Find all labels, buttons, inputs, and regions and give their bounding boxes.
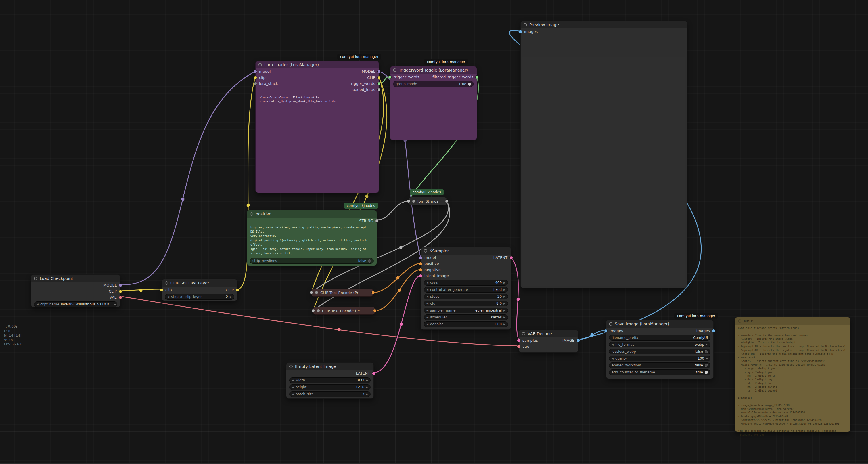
input-slot-samples[interactable] [517,339,520,342]
prev-arrow-icon[interactable]: ◀ [612,343,614,346]
input-slot-images[interactable] [519,30,522,33]
prev-arrow-icon[interactable]: ◀ [292,393,294,396]
output-slot-clip[interactable] [236,288,239,292]
collapse-dot-icon[interactable] [738,319,742,323]
width-widget[interactable]: ◀width832▶ [289,377,371,383]
collapse-dot-icon[interactable] [258,63,262,66]
node-clip-text-encode-negative[interactable]: CLIP Text Encode (Pr [313,307,375,315]
next-arrow-icon[interactable]: ▶ [503,281,505,284]
collapsed-dot-icon[interactable] [315,291,318,294]
output-slot-conditioning[interactable] [373,309,377,312]
output-slot-clip[interactable] [377,76,381,79]
prev-arrow-icon[interactable]: ◀ [426,316,428,319]
collapse-dot-icon[interactable] [609,322,612,326]
collapse-dot-icon[interactable] [250,212,253,216]
prev-arrow-icon[interactable]: ◀ [292,379,294,382]
next-arrow-icon[interactable]: ▶ [706,357,708,360]
output-slot-model[interactable] [119,284,122,287]
output-slot-images[interactable] [712,329,715,332]
ckpt-name-widget[interactable]: ◀ ckpt_name ilwaiNSFWIllustrious_v110.s.… [34,301,117,307]
prompt-text[interactable]: highres, very detailed, amazing quality,… [250,225,373,256]
node-preview-image[interactable]: Preview Image images [520,21,687,288]
prev-arrow-icon[interactable]: ◀ [426,323,428,326]
node-clip-set-last-layer[interactable]: CLIP Set Last Layer clip CLIP ◀ stop_at_… [162,279,238,301]
toggle-off-icon[interactable] [705,350,708,353]
toggle-off-icon[interactable] [368,259,371,263]
collapsed-dot-icon[interactable] [412,200,415,203]
node-note[interactable]: Note Available filename_prefix Pattern C… [735,317,850,432]
input-slot-vae[interactable] [517,345,520,348]
node-vae-decode[interactable]: VAE Decode samples IMAGE vae [519,330,578,353]
input-slot-strings[interactable] [407,199,410,203]
node-load-checkpoint[interactable]: Load Checkpoint MODEL CLIP VAE ◀ ckpt_na… [31,274,121,307]
input-slot[interactable] [310,291,313,294]
collapse-dot-icon[interactable] [424,249,427,253]
output-slot-filtered-trigger-words[interactable] [475,76,479,79]
next-arrow-icon[interactable]: ▶ [503,288,505,291]
input-slot-images[interactable] [604,329,608,332]
input-slot-lora-stack[interactable] [254,82,257,85]
output-slot-trigger-words[interactable] [377,82,381,85]
prev-arrow-icon[interactable]: ◀ [612,357,614,360]
next-arrow-icon[interactable]: ▶ [503,295,505,298]
collapse-dot-icon[interactable] [289,365,293,368]
sampler-name-widget[interactable]: ◀sampler_nameeuler_ancestral▶ [424,308,508,313]
prev-arrow-icon[interactable]: ◀ [426,302,428,305]
output-slot-conditioning[interactable] [371,291,375,294]
input-slot-model[interactable] [254,70,257,74]
node-join-strings[interactable]: Join Strings [408,197,447,205]
output-slot-loaded-loras[interactable] [377,88,381,91]
stop-at-clip-layer-widget[interactable]: ◀ stop_at_clip_layer -2 ▶ [165,294,234,300]
next-arrow-icon[interactable]: ▶ [114,303,116,306]
output-slot-clip[interactable] [119,290,122,293]
collapse-dot-icon[interactable] [393,68,397,72]
collapse-dot-icon[interactable] [524,23,527,26]
output-slot-image[interactable] [577,339,580,342]
output-slot-vae[interactable] [119,296,122,299]
node-lora-loader[interactable]: Lora Loader (LoraManager) model MODEL cl… [255,61,379,193]
input-slot-trigger-words[interactable] [388,76,392,79]
output-slot-latent[interactable] [509,256,513,259]
scheduler-widget[interactable]: ◀schedulerkarras▶ [424,314,508,320]
height-widget[interactable]: ◀height1216▶ [289,384,371,390]
seed-widget[interactable]: ◀seed409▶ [424,280,508,286]
input-slot[interactable] [311,309,315,312]
next-arrow-icon[interactable]: ▶ [366,379,368,382]
toggle-on-icon[interactable] [705,371,708,374]
next-arrow-icon[interactable]: ▶ [230,295,232,298]
next-arrow-icon[interactable]: ▶ [503,309,505,312]
node-clip-text-encode-positive[interactable]: CLIP Text Encode (Pr [311,289,373,297]
output-slot-string[interactable] [375,219,379,223]
next-arrow-icon[interactable]: ▶ [366,393,368,396]
output-slot-model[interactable] [377,70,381,74]
input-slot-clip[interactable] [160,288,163,292]
node-ksampler[interactable]: KSampler model LATENT positive negative … [421,247,511,330]
group-mode-toggle[interactable]: group_mode true [393,81,474,87]
toggle-off-icon[interactable] [705,364,708,367]
collapsed-dot-icon[interactable] [317,309,320,312]
prev-arrow-icon[interactable]: ◀ [167,295,169,298]
node-triggerword-toggle[interactable]: TriggerWord Toggle (LoraManager) trigger… [390,66,477,140]
prev-arrow-icon[interactable]: ◀ [292,386,294,388]
lora-syntax-text[interactable]: <lora:CreateConcept_Illustrious:0.8> <lo… [259,95,375,103]
next-arrow-icon[interactable]: ▶ [366,386,368,388]
embed-workflow-toggle[interactable]: embed_workflowfalse [609,362,710,368]
collapse-dot-icon[interactable] [34,277,37,280]
input-slot-negative[interactable] [419,268,422,271]
denoise-widget[interactable]: ◀denoise1.00▶ [424,321,508,327]
prev-arrow-icon[interactable]: ◀ [426,295,428,298]
input-slot-model[interactable] [419,256,422,259]
output-slot-latent[interactable] [372,372,375,375]
input-slot-latent-image[interactable] [419,274,422,278]
toggle-on-icon[interactable] [468,83,471,86]
filename-prefix-widget[interactable]: filename_prefixComfyUI [609,335,710,341]
next-arrow-icon[interactable]: ▶ [503,302,505,305]
control-after-generate-widget[interactable]: ◀control after generatefixed▶ [424,287,508,293]
cfg-widget[interactable]: ◀cfg8.0▶ [424,300,508,307]
node-save-image[interactable]: Save Image (LoraManager) images images f… [606,320,714,379]
file-format-widget[interactable]: ◀file_formatwebp▶ [609,342,710,348]
prev-arrow-icon[interactable]: ◀ [426,288,428,291]
quality-widget[interactable]: ◀quality100▶ [609,355,710,361]
next-arrow-icon[interactable]: ▶ [706,343,708,346]
input-slot-clip[interactable] [254,76,257,79]
